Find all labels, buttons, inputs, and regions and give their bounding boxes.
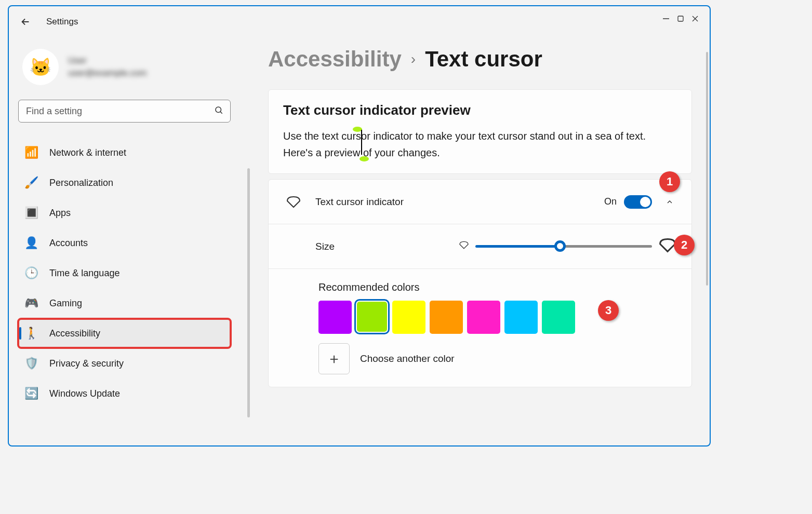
- sidebar-item-update[interactable]: 🔄 Windows Update: [18, 379, 231, 408]
- scrollbar[interactable]: [706, 52, 708, 286]
- breadcrumb-parent[interactable]: Accessibility: [268, 47, 402, 72]
- size-label: Size: [315, 241, 459, 252]
- sidebar-item-label: Gaming: [49, 298, 82, 309]
- nav-list: 📶 Network & internet 🖌️ Personalization …: [18, 138, 231, 408]
- toggle-state-label: On: [604, 196, 617, 207]
- main-content: Accessibility › Text cursor Text cursor …: [240, 37, 710, 445]
- chevron-up-icon[interactable]: [662, 198, 677, 206]
- swatch-lime[interactable]: [357, 302, 387, 332]
- gamepad-icon: 🎮: [24, 296, 38, 310]
- sidebar-item-label: Apps: [49, 208, 71, 219]
- indicator-group: Text cursor indicator On 1 Size: [268, 179, 692, 387]
- sidebar-item-label: Accessibility: [49, 328, 100, 339]
- sidebar-item-label: Accounts: [49, 238, 88, 249]
- sidebar: 🐱 User user@example.com 📶 Network & inte…: [9, 37, 240, 445]
- brush-icon: 🖌️: [24, 176, 38, 190]
- choose-color-label: Choose another color: [360, 353, 455, 364]
- cursor-indicator-bottom-icon: [360, 156, 369, 161]
- sidebar-item-label: Network & internet: [49, 147, 126, 158]
- window-controls: [651, 6, 710, 33]
- annotation-2: 2: [674, 235, 695, 255]
- settings-window: Settings 🐱 User user@example.com: [8, 5, 711, 447]
- indicator-label: Text cursor indicator: [315, 196, 604, 208]
- indicator-toggle[interactable]: [624, 195, 652, 209]
- svg-rect-1: [678, 16, 683, 21]
- annotation-1: 1: [659, 171, 680, 192]
- colors-block: Recommended colors ＋ Cho: [269, 269, 691, 387]
- preview-card: Text cursor indicator preview Use the te…: [268, 89, 692, 174]
- chevron-right-icon: ›: [411, 51, 416, 67]
- indicator-row[interactable]: Text cursor indicator On 1: [269, 180, 691, 224]
- titlebar: Settings: [9, 6, 710, 37]
- apps-icon: 🔳: [24, 206, 38, 220]
- user-name: User: [68, 56, 147, 66]
- breadcrumb: Accessibility › Text cursor: [268, 47, 692, 72]
- sidebar-separator: [247, 168, 250, 417]
- size-small-icon: [459, 241, 469, 251]
- app-title: Settings: [46, 17, 78, 27]
- sidebar-item-accessibility[interactable]: 🚶 Accessibility: [18, 319, 231, 348]
- annotation-3: 3: [598, 300, 619, 321]
- sidebar-item-label: Time & language: [49, 268, 119, 279]
- swatch-teal[interactable]: [542, 301, 575, 334]
- update-icon: 🔄: [24, 387, 38, 400]
- user-email: user@example.com: [68, 68, 147, 78]
- minimize-button[interactable]: [662, 15, 670, 25]
- search-icon: [214, 105, 223, 117]
- svg-point-4: [216, 107, 221, 113]
- choose-color-button[interactable]: ＋: [318, 343, 350, 374]
- avatar: 🐱: [22, 49, 59, 85]
- colors-heading: Recommended colors: [318, 281, 677, 293]
- slider-thumb[interactable]: [554, 240, 566, 252]
- cursor-indicator-bar-icon: [361, 130, 362, 155]
- sidebar-item-time[interactable]: 🕒 Time & language: [18, 259, 231, 288]
- sidebar-item-privacy[interactable]: 🛡️ Privacy & security: [18, 349, 231, 378]
- size-row: Size 2: [269, 224, 691, 269]
- shield-icon: 🛡️: [24, 357, 38, 370]
- wifi-icon: 📶: [24, 146, 38, 159]
- sidebar-item-label: Personalization: [49, 178, 113, 188]
- accessibility-icon: 🚶: [24, 327, 38, 340]
- preview-heading: Text cursor indicator preview: [283, 102, 677, 118]
- svg-line-5: [220, 112, 222, 114]
- clock-icon: 🕒: [24, 266, 38, 280]
- size-slider[interactable]: [475, 245, 652, 248]
- sidebar-item-apps[interactable]: 🔳 Apps: [18, 198, 231, 227]
- swatch-cyan[interactable]: [504, 301, 538, 334]
- sidebar-item-label: Windows Update: [49, 388, 120, 399]
- sidebar-item-accounts[interactable]: 👤 Accounts: [18, 228, 231, 258]
- search-input[interactable]: [18, 100, 231, 123]
- cursor-icon: [283, 196, 304, 208]
- breadcrumb-current: Text cursor: [425, 47, 542, 72]
- maximize-button[interactable]: [676, 15, 685, 25]
- sidebar-item-personalization[interactable]: 🖌️ Personalization: [18, 168, 231, 197]
- search-container: [18, 100, 231, 123]
- swatch-magenta[interactable]: [467, 301, 500, 334]
- user-block[interactable]: 🐱 User user@example.com: [18, 37, 231, 100]
- sidebar-item-gaming[interactable]: 🎮 Gaming: [18, 289, 231, 318]
- swatches: [318, 301, 677, 334]
- person-icon: 👤: [24, 236, 38, 250]
- sidebar-item-network[interactable]: 📶 Network & internet: [18, 138, 231, 167]
- plus-icon: ＋: [327, 349, 341, 369]
- choose-color-row: ＋ Choose another color: [318, 343, 677, 374]
- sidebar-item-label: Privacy & security: [49, 358, 124, 369]
- swatch-purple[interactable]: [318, 301, 352, 334]
- swatch-orange[interactable]: [430, 301, 463, 334]
- close-button[interactable]: [691, 15, 699, 25]
- swatch-yellow[interactable]: [392, 301, 425, 334]
- back-button[interactable]: [15, 11, 36, 32]
- preview-text: Use the text cursor indicator to make yo…: [283, 128, 677, 161]
